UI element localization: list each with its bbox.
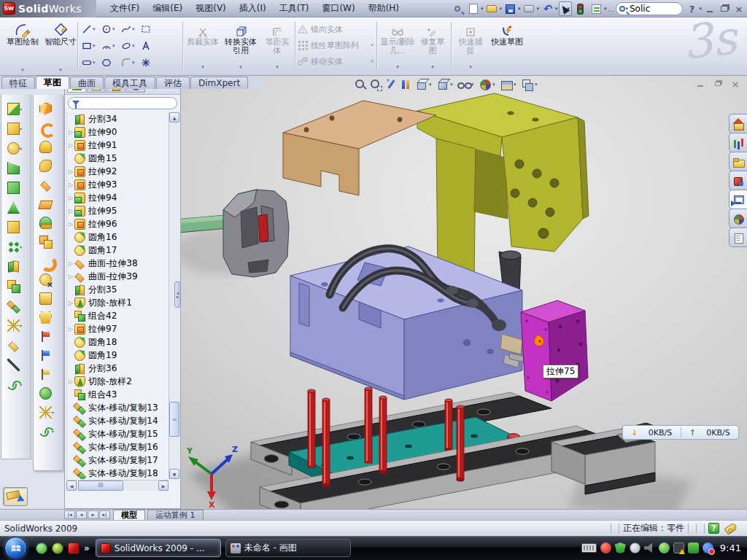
options-button[interactable] [589, 1, 604, 16]
extruded-cut-icon[interactable]: ▾ [7, 119, 25, 139]
feature-tree-item[interactable]: 实体-移动/复制16 [67, 440, 169, 454]
toolbar-dropdown[interactable]: ▾ [20, 323, 25, 328]
flex-icon[interactable] [39, 156, 57, 175]
feature-tree-item[interactable]: 实体-移动/复制17 [67, 454, 169, 467]
split-icon[interactable] [7, 257, 25, 276]
undo-button[interactable]: ↶ [541, 1, 555, 16]
polygon-tool[interactable] [100, 57, 112, 69]
boundary-boss-icon[interactable] [39, 213, 57, 232]
menu-item[interactable]: 编辑(E) [146, 0, 189, 17]
display-delete-dropdown[interactable] [396, 64, 399, 70]
model-tab[interactable]: 运动算例 1 [147, 510, 204, 520]
move-copy-body-icon[interactable] [7, 296, 25, 316]
model-3d-view[interactable] [181, 76, 747, 509]
flag-gold-icon[interactable] [39, 365, 57, 384]
help-dropdown[interactable]: ▾ [699, 6, 702, 12]
print-button[interactable] [522, 1, 536, 16]
open-file-button[interactable] [484, 1, 499, 16]
menu-item[interactable]: 文件(F) [104, 0, 146, 17]
menu-item[interactable]: 帮助(H) [362, 0, 406, 17]
pin-icon[interactable] [450, 1, 465, 16]
undo-dropdown[interactable]: ▾ [555, 6, 558, 12]
status-tag-icon[interactable] [724, 522, 738, 534]
doc-restore-button[interactable] [712, 79, 724, 89]
spline-tool[interactable] [120, 23, 132, 35]
menu-item[interactable]: 窗口(W) [315, 0, 361, 17]
sketch-fillet-tool[interactable] [120, 57, 132, 69]
pattern-icon[interactable]: ▾ [7, 237, 25, 257]
task-solidworks[interactable]: SolidWorks 2009 - ... [96, 539, 221, 557]
reference-geometry-icon[interactable]: ▾ [7, 316, 25, 335]
slot-tool[interactable] [80, 57, 93, 69]
feature-tree-item[interactable]: 分割35 [67, 283, 169, 296]
first-model-tab-button[interactable]: |◂ [64, 510, 75, 519]
sketch-fillet-dropdown[interactable]: ▾ [132, 60, 139, 66]
part-tan-top-plate[interactable] [283, 101, 436, 195]
part-gray-clamp[interactable] [223, 190, 289, 277]
expand-arrow-icon[interactable]: ▷ [67, 129, 74, 136]
trim-dropdown[interactable] [201, 64, 204, 70]
repair-sketch-button[interactable]: 修复草图 [417, 22, 448, 70]
feature-tree-item[interactable]: ▷ 拉伸90 [67, 125, 169, 139]
menu-item[interactable]: 工具(T) [273, 0, 316, 17]
arc-dropdown[interactable]: ▾ [112, 43, 120, 49]
feature-tree-item[interactable]: 圆角16 [67, 230, 169, 244]
toolbar-dropdown[interactable]: ▾ [52, 410, 57, 415]
swept-boss-icon[interactable] [7, 158, 25, 178]
feature-tree-item[interactable]: 实体-移动/复制14 [67, 414, 169, 427]
design-library-tab[interactable] [729, 133, 747, 152]
scroll-thumb[interactable]: ≡ [169, 402, 179, 437]
feature-tree-item[interactable]: ▷ 拉伸95 [67, 204, 169, 217]
mirror-entities-button[interactable]: 镜向实体 [298, 23, 374, 36]
launch-messenger-icon[interactable] [36, 542, 47, 554]
feature-tree-item[interactable]: 圆角18 [67, 335, 169, 349]
dome-icon[interactable] [39, 137, 57, 156]
next-model-tab-button[interactable]: ▸ [88, 510, 98, 519]
expand-arrow-icon[interactable]: ▷ [67, 273, 74, 280]
zoom-selection-icon[interactable] [384, 77, 398, 92]
expand-arrow-icon[interactable]: ▷ [67, 378, 74, 385]
expand-arrow-icon[interactable]: ▷ [67, 195, 74, 201]
wrap-icon[interactable] [39, 308, 57, 327]
zoom-fit-icon[interactable] [353, 77, 368, 92]
quick-snaps-dropdown[interactable] [469, 64, 472, 70]
feature-tree-item[interactable]: ▷ 拉伸92 [67, 165, 169, 178]
feature-tree-item[interactable]: ▷ 拉伸96 [67, 217, 169, 230]
text-tool[interactable] [139, 40, 152, 52]
expand-arrow-icon[interactable]: ▷ [67, 208, 74, 214]
hud-dropdown[interactable]: ▾ [535, 82, 541, 88]
print-dropdown[interactable]: ▾ [536, 6, 539, 12]
options-dropdown[interactable]: ▾ [604, 6, 607, 12]
save-button[interactable] [503, 1, 518, 16]
slot-dropdown[interactable]: ▾ [93, 60, 100, 66]
solidworks-resources-tab[interactable] [729, 171, 747, 190]
circle-tool[interactable] [100, 23, 112, 35]
sync-icon[interactable] [659, 542, 670, 553]
feature-tree-item[interactable]: 分割36 [67, 362, 169, 375]
search-tool-icon[interactable] [630, 542, 640, 553]
doc-close-button[interactable]: × [729, 79, 741, 89]
toolbar-dropdown[interactable]: ▾ [20, 146, 25, 151]
rib-icon[interactable] [7, 198, 25, 217]
close-button[interactable]: × [732, 4, 746, 15]
shield-green-icon[interactable] [615, 542, 626, 553]
arc-tool[interactable] [100, 40, 112, 52]
antivirus-icon[interactable] [600, 542, 611, 553]
move-entities-dropdown[interactable] [371, 58, 374, 64]
save-dropdown[interactable]: ▾ [518, 6, 521, 12]
select-tool-button[interactable]: ▾ [559, 1, 572, 16]
axis-icon[interactable] [7, 355, 25, 375]
edit-appearance-icon[interactable] [478, 77, 492, 92]
new-file-dropdown[interactable]: ▾ [481, 6, 484, 12]
scroll-right-button[interactable]: ▶ [158, 481, 169, 491]
hole-wizard-icon[interactable] [7, 217, 25, 237]
lofted-boss-icon[interactable] [7, 178, 25, 198]
point-tool[interactable] [139, 57, 152, 69]
command-tab[interactable]: 草图 [36, 76, 69, 89]
revolved-cut-icon[interactable] [39, 118, 57, 137]
rapid-sketch-button[interactable]: 快速草图 [490, 22, 524, 70]
sketch-button[interactable]: 草图绘制 [4, 20, 41, 73]
tree-horizontal-scrollbar[interactable]: ◀ ⦀⦀ ▶ [66, 480, 169, 491]
flag-blue-icon[interactable] [39, 346, 57, 365]
zoom-area-icon[interactable] [368, 77, 383, 92]
